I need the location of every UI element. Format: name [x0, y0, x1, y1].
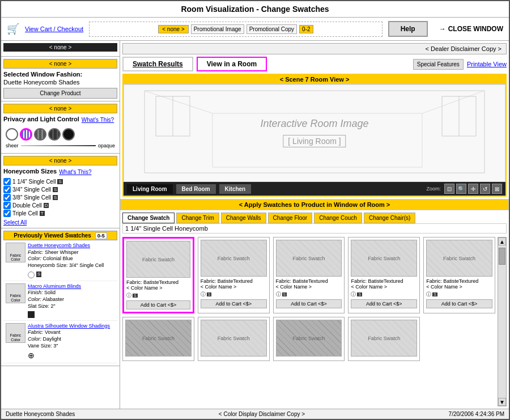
room-sublabel: [ Living Room ] [283, 135, 346, 147]
add-cart-btn-3[interactable]: Add to Cart <$> [276, 299, 342, 308]
tab-change-floor[interactable]: Change Floor [268, 213, 313, 223]
scroll-down-arrow[interactable]: ▼ [498, 398, 506, 406]
swatch-i-icon-2: ⓘ [201, 291, 206, 298]
tab-change-swatch[interactable]: Change Swatch [122, 213, 175, 223]
swatch-card-7[interactable]: Fabric Swatch [198, 317, 270, 361]
swatch-label-1: Fabric Swatch [142, 257, 175, 262]
swatch-card-1[interactable]: Fabric Swatch Fabric: BatisteTextured< C… [122, 237, 194, 313]
add-cart-btn-1[interactable]: Add to Cart <$> [126, 300, 190, 309]
add-cart-btn-4[interactable]: Add to Cart <$> [351, 299, 417, 308]
prev-swatch-3-title[interactable]: Alustra Silhouette Window Shadings [28, 323, 110, 329]
swatch-card-2[interactable]: Fabric Swatch Fabric: BatisteTextured< C… [198, 237, 270, 313]
size-5-checkbox[interactable] [3, 210, 11, 217]
tab-view-in-room[interactable]: View in a Room [197, 57, 267, 71]
size-3-checkbox[interactable] [3, 194, 11, 201]
swatch-card-6[interactable]: Fabric Swatch [122, 317, 194, 361]
zoom-out-icon[interactable]: ⊠ [492, 184, 502, 194]
promo-area: < none > Promotional Image Promotional C… [89, 22, 382, 37]
size-5-label: Triple Cell [12, 210, 38, 217]
scrollbar: ▲ ▼ [498, 237, 507, 406]
opacity-mid1[interactable] [20, 128, 32, 141]
opacity-mid2[interactable] [34, 128, 46, 141]
prev-swatch-1-size: Honeycomb Size: 3/4" Single Cell [28, 262, 104, 268]
tab-swatch-results[interactable]: Swatch Results [122, 57, 193, 71]
zoom-in-icon[interactable]: 🔍 [456, 184, 466, 194]
select-all-link[interactable]: Select All [3, 219, 117, 226]
swatch-label-7: Fabric Swatch [218, 336, 250, 341]
swatch-label-2: Fabric Swatch [218, 256, 250, 261]
prev-swatch-1-title[interactable]: Duette Honeycomb Shades [28, 243, 90, 248]
swatch-card-9[interactable]: Fabric Swatch [348, 317, 420, 361]
privacy-whats-this[interactable]: What's This? [82, 117, 114, 123]
opacity-opaque-label: opaque [98, 143, 115, 149]
add-cart-btn-5[interactable]: Add to Cart <$> [426, 299, 492, 308]
swatch-card-8[interactable]: Fabric Swatch [273, 317, 345, 361]
special-features-button[interactable]: Special Features [413, 59, 464, 70]
prev-count: 0-5 [95, 232, 107, 239]
zoom-reset-icon[interactable]: ↺ [480, 184, 490, 194]
swatch-label-6: Fabric Swatch [142, 336, 175, 341]
privacy-none-badge: < none > [3, 104, 117, 113]
prev-swatch-3-thumb: FabricColor [6, 323, 26, 343]
prev-swatch-1-label: FabricColor [10, 253, 21, 262]
swatch-label-9: Fabric Swatch [368, 336, 400, 341]
change-product-button[interactable]: Change Product [3, 88, 117, 99]
prev-swatch-2-title[interactable]: Macro Aluminum Blinds [28, 283, 81, 289]
opacity-sheer[interactable] [6, 128, 18, 141]
prev-swatch-1-fabric: Fabric: Sheer Whisper [28, 249, 79, 255]
size-1-checkbox[interactable] [3, 178, 11, 185]
prev-swatch-3-info: Alustra Silhouette Window Shadings Fabri… [28, 323, 115, 361]
room-btn-living[interactable]: Living Room [127, 184, 173, 194]
help-button[interactable]: Help [388, 21, 428, 37]
opacity-mid3[interactable] [48, 128, 61, 141]
size-1-label: 1 1/4" Single Cell [12, 179, 56, 185]
swatch-i-icon-3: ⓘ [276, 291, 281, 298]
zoom-pan-icon[interactable]: ✛ [468, 184, 478, 194]
tab-change-couch[interactable]: Change Couch [314, 213, 362, 223]
tab-change-chair[interactable]: Change Chair(s) [364, 213, 415, 223]
svg-line-4 [144, 91, 212, 113]
size-2-checkbox[interactable] [3, 186, 11, 193]
swatch-icons-3: ⓘ S [276, 291, 342, 298]
prev-swatch-2-thumb: FabricColor [6, 283, 26, 303]
color-disclaimer: < Color Display Disclaimer Copy > [75, 411, 448, 417]
honeycomb-whats-this[interactable]: What's This? [59, 169, 91, 175]
prev-swatch-2-fabric: Finish: Solid [28, 290, 56, 295]
prev-swatch-2-icon [28, 311, 35, 318]
tab-change-trim[interactable]: Change Trim [176, 213, 219, 223]
prev-swatch-1-icon [28, 271, 35, 278]
opacity-opaque[interactable] [62, 128, 75, 141]
room-btn-bedroom[interactable]: Bed Room [176, 184, 216, 194]
swatch-grid-wrapper: ▲ ▼ Fabric Swatch [122, 237, 507, 406]
opacity-slider[interactable] [21, 145, 96, 146]
swatch-card-5[interactable]: Fabric Swatch Fabric: BatisteTextured< C… [423, 237, 495, 313]
room-scene-bar: < Scene 7 Room View > [124, 75, 505, 84]
dealer-disclaimer[interactable]: < Dealer Disclaimer Copy > [122, 43, 507, 54]
size-4-checkbox[interactable] [3, 202, 11, 209]
size-3-label: 3/8" Single Cell [12, 194, 51, 201]
size-1-item: 1 1/4" Single Cell S [3, 178, 117, 185]
zoom-label: Zoom: [426, 186, 441, 192]
swatch-card-4[interactable]: Fabric Swatch Fabric: BatisteTextured< C… [348, 237, 420, 313]
scroll-thumb[interactable] [499, 248, 505, 265]
swatch-name-2: Fabric: BatisteTextured< Color Name > [201, 278, 267, 290]
zoom-fit-icon[interactable]: ⊡ [444, 184, 454, 194]
main-container: Room Visualization - Change Swatches 🛒 V… [0, 0, 510, 420]
prev-swatches-header: Previously Viewed Swatches 0-5 [3, 231, 117, 240]
add-cart-btn-2[interactable]: Add to Cart <$> [201, 299, 267, 308]
printable-view-link[interactable]: Printable View [467, 61, 507, 67]
room-interactive-label: Interactive Room Image [260, 118, 368, 130]
room-view-container: < Scene 7 Room View > [122, 74, 507, 197]
swatch-card-3[interactable]: Fabric Swatch Fabric: BatisteTextured< C… [273, 237, 345, 313]
swatch-image-4: Fabric Swatch [351, 240, 417, 277]
size-2-item: 3/4" Single Cell S [3, 186, 117, 193]
scroll-up-arrow[interactable]: ▲ [498, 237, 506, 245]
close-window-area[interactable]: → CLOSE WINDOW [439, 25, 503, 33]
view-cart-link[interactable]: View Cart / Checkout [25, 26, 83, 32]
scroll-track [498, 245, 506, 398]
prev-swatch-3: FabricColor Alustra Silhouette Window Sh… [3, 321, 117, 364]
swatch-icons-2: ⓘ S [201, 291, 267, 298]
tab-change-walls[interactable]: Change Walls [221, 213, 266, 223]
room-btn-kitchen[interactable]: Kitchen [219, 184, 252, 194]
opacity-slider-row: sheer opaque [6, 143, 115, 149]
